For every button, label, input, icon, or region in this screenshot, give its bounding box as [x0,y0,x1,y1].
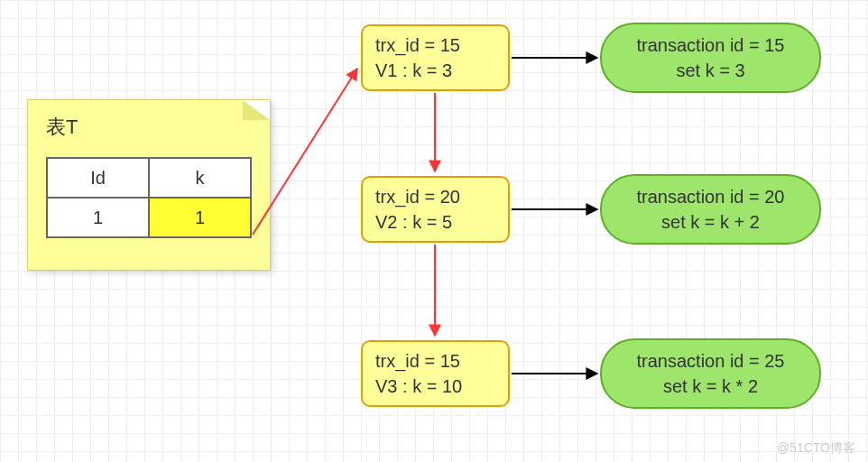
transaction-box-1: transaction id = 15 set k = 3 [600,23,821,93]
version-trx-id: trx_id = 20 [375,184,495,209]
transaction-op: set k = k + 2 [661,209,760,235]
col-id-header: Id [47,158,149,198]
version-trx-id: trx_id = 15 [375,348,495,374]
transaction-id: transaction id = 20 [637,184,785,209]
table-t-note: 表T Id k 1 1 [27,99,271,271]
transaction-box-3: transaction id = 25 set k = k * 2 [600,338,821,409]
watermark: @51CTO博客 [777,440,855,457]
version-trx-id: trx_id = 15 [375,32,495,58]
cell-id-value: 1 [47,198,149,237]
transaction-id: transaction id = 25 [637,348,785,374]
version-value: V1 : k = 3 [375,58,495,83]
transaction-op: set k = 3 [676,58,744,83]
cell-k-value: 1 [149,198,251,237]
transaction-op: set k = k * 2 [663,374,758,399]
version-value: V2 : k = 5 [375,209,495,235]
version-box-3: trx_id = 15 V3 : k = 10 [361,340,510,407]
table-t: Id k 1 1 [46,157,252,238]
col-k-header: k [149,158,251,198]
transaction-id: transaction id = 15 [637,32,785,58]
table-t-title: 表T [46,114,252,141]
transaction-box-2: transaction id = 20 set k = k + 2 [600,174,821,245]
version-box-1: trx_id = 15 V1 : k = 3 [361,24,510,91]
version-value: V3 : k = 10 [375,374,495,399]
table-row: 1 1 [47,198,251,237]
table-row: Id k [47,158,251,198]
version-box-2: trx_id = 20 V2 : k = 5 [361,176,510,243]
